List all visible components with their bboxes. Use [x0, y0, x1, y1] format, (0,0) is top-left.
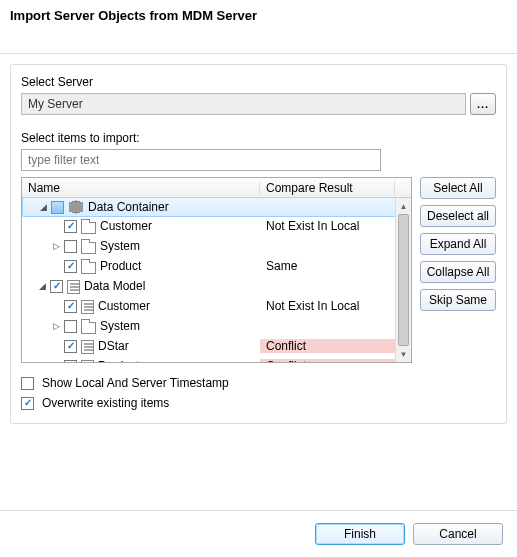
chevron-right-icon[interactable]: ▷ — [50, 320, 62, 332]
expander-spacer — [50, 300, 62, 312]
row-checkbox[interactable] — [64, 220, 77, 233]
cancel-button[interactable]: Cancel — [413, 523, 503, 545]
skip-same-button[interactable]: Skip Same — [420, 289, 496, 311]
collapse-all-button[interactable]: Collapse All — [420, 261, 496, 283]
tree-row-label: System — [100, 319, 140, 333]
tree-row[interactable]: CustomerNot Exist In Local — [22, 296, 411, 316]
show-timestamp-checkbox[interactable] — [21, 377, 34, 390]
compare-result-cell: Conflict — [260, 359, 395, 362]
column-compare-header[interactable]: Compare Result — [260, 181, 395, 195]
compare-result-cell: Same — [260, 259, 395, 273]
tree-row-label: System — [100, 239, 140, 253]
tree-row-label: Data Model — [84, 279, 145, 293]
overwrite-label: Overwrite existing items — [42, 396, 169, 410]
compare-result-cell: Not Exist In Local — [260, 219, 395, 233]
deselect-all-button[interactable]: Deselect all — [420, 205, 496, 227]
expand-all-button[interactable]: Expand All — [420, 233, 496, 255]
folder-icon — [81, 222, 96, 234]
expander-spacer — [50, 360, 62, 362]
data-model-icon — [67, 280, 80, 294]
row-checkbox[interactable] — [51, 201, 64, 214]
select-all-button[interactable]: Select All — [420, 177, 496, 199]
browse-server-button[interactable]: ... — [470, 93, 496, 115]
scroll-thumb[interactable] — [398, 214, 409, 346]
dialog-footer: Finish Cancel — [0, 510, 517, 557]
tree-row[interactable]: ▷System — [22, 236, 411, 256]
server-input — [21, 93, 466, 115]
data-model-icon — [81, 300, 94, 314]
tree-row-label: Customer — [100, 219, 152, 233]
main-panel: Select Server ... Select items to import… — [10, 64, 507, 424]
tree-row-label: Customer — [98, 299, 150, 313]
expander-spacer — [50, 260, 62, 272]
tree-scrollbar[interactable]: ▲ ▼ — [395, 198, 411, 362]
row-checkbox[interactable] — [64, 320, 77, 333]
database-icon — [68, 199, 84, 215]
chevron-right-icon[interactable]: ▷ — [50, 240, 62, 252]
tree-row[interactable]: ProductSame — [22, 256, 411, 276]
data-model-icon — [81, 360, 94, 362]
row-checkbox[interactable] — [50, 280, 63, 293]
expander-spacer — [50, 340, 62, 352]
tree-row[interactable]: ProductConflict — [22, 356, 411, 362]
data-model-icon — [81, 340, 94, 354]
row-checkbox[interactable] — [64, 340, 77, 353]
tree-row[interactable]: CustomerNot Exist In Local — [22, 216, 411, 236]
tree-body: ◢Data ContainerCustomerNot Exist In Loca… — [22, 198, 411, 362]
finish-button[interactable]: Finish — [315, 523, 405, 545]
tree-row[interactable]: ◢Data Container — [22, 198, 411, 217]
tree-row-label: Product — [98, 359, 139, 362]
dialog-title: Import Server Objects from MDM Server — [0, 0, 517, 54]
tree-header: Name Compare Result — [22, 178, 411, 198]
filter-input[interactable] — [21, 149, 381, 171]
select-items-label: Select items to import: — [21, 131, 496, 145]
folder-icon — [81, 262, 96, 274]
scroll-down-button[interactable]: ▼ — [396, 346, 411, 362]
tree-row-label: Data Container — [88, 200, 169, 214]
column-name-header[interactable]: Name — [22, 181, 260, 195]
tree-row-label: DStar — [98, 339, 129, 353]
compare-result-cell: Not Exist In Local — [260, 299, 395, 313]
row-checkbox[interactable] — [64, 240, 77, 253]
tree-row[interactable]: DStarConflict — [22, 336, 411, 356]
folder-icon — [81, 242, 96, 254]
scroll-up-button[interactable]: ▲ — [396, 198, 411, 214]
tree-row[interactable]: ▷System — [22, 316, 411, 336]
tree-row[interactable]: ◢Data Model — [22, 276, 411, 296]
row-checkbox[interactable] — [64, 260, 77, 273]
chevron-down-icon[interactable]: ◢ — [36, 280, 48, 292]
select-server-label: Select Server — [21, 75, 496, 89]
compare-result-cell: Conflict — [260, 339, 395, 353]
row-checkbox[interactable] — [64, 300, 77, 313]
expander-spacer — [50, 220, 62, 232]
overwrite-checkbox[interactable] — [21, 397, 34, 410]
row-checkbox[interactable] — [64, 360, 77, 363]
show-timestamp-label: Show Local And Server Timestamp — [42, 376, 229, 390]
tree-table[interactable]: Name Compare Result ◢Data ContainerCusto… — [21, 177, 412, 363]
tree-row-label: Product — [100, 259, 141, 273]
chevron-down-icon[interactable]: ◢ — [37, 201, 49, 213]
folder-icon — [81, 322, 96, 334]
